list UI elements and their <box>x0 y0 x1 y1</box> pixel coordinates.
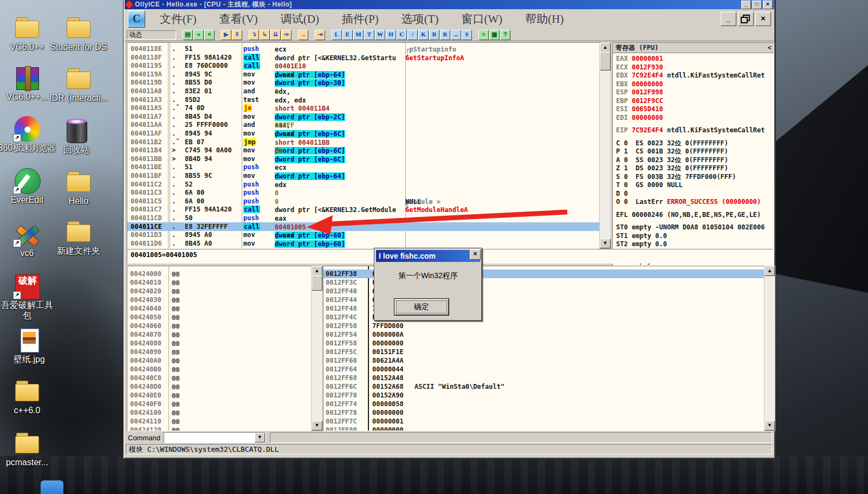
stack-row[interactable]: 0012FF6400000044 <box>323 365 765 374</box>
stack-row[interactable]: 0012FF5C00151F1E <box>323 348 765 356</box>
desktop-icon-IDR (Interacti...[interactable]: IDR (Interacti... <box>49 67 108 103</box>
executables-window-button[interactable]: E <box>342 30 353 40</box>
ok-button[interactable]: 确定 <box>394 298 449 316</box>
stack-row[interactable]: 0012FF7400000058 <box>323 400 765 408</box>
viewers-button[interactable]: ≡ <box>478 30 489 40</box>
mdi-minimize-button[interactable]: _ <box>721 12 736 26</box>
step-into-button[interactable]: ↴ <box>249 30 259 40</box>
dump-row[interactable]: 004240400000000000000000000000000000000 <box>127 304 312 313</box>
menu-item-H[interactable]: 帮助(H) <box>514 11 575 27</box>
handles-window-button[interactable]: H <box>386 30 396 40</box>
patches-window-button[interactable]: / <box>407 30 418 40</box>
dump-row[interactable]: 004240E00000000000000000000000000000000 <box>127 391 312 400</box>
scroll-down-arrow[interactable]: ▼ <box>765 421 775 431</box>
close-button[interactable]: × <box>763 1 773 9</box>
disasm-row[interactable]: 004011B4>C745 94 0A00movdword ptr [ebp-6… <box>127 146 600 155</box>
dump-row[interactable]: 004240D00000000000000000000000000000000 <box>127 382 312 391</box>
call-stack-window-button[interactable]: K <box>418 30 429 40</box>
desktop-icon-pcmaster...[interactable]: pcmaster... <box>0 432 57 467</box>
disasm-row[interactable]: 004011B2.ˇEB 07jmpshort 004011BB <box>127 138 600 146</box>
dump-row[interactable]: 004240A00000000000000000000000000000000 <box>127 356 312 365</box>
references-window-button[interactable]: R <box>440 30 450 40</box>
run-to-selection-button[interactable]: → <box>298 30 308 40</box>
dump-row[interactable]: 004241000000000000000000000000000000000 <box>127 408 312 417</box>
registers-pane[interactable]: 寄存器 (FPU) < EAX 00000001ECX 0012F930EDX … <box>612 42 774 267</box>
disasm-row[interactable]: 004011CD.50pusheax <box>127 214 600 222</box>
disasm-row[interactable]: 004011C3.6A 00push0 <box>127 188 600 197</box>
dump-row[interactable]: 004240F00000000000000000000000000000000 <box>127 400 312 408</box>
disasm-row[interactable]: 004011BB>8B4D 94movecx, dword ptr [ebp-6… <box>127 155 600 163</box>
desktop-icon-壁纸.jpg[interactable]: 壁纸.jpg <box>0 329 59 364</box>
stack-row[interactable]: 0012FF5800000000 <box>323 339 765 348</box>
desktop-icon-c++6.0[interactable]: c++6.0 <box>0 380 57 415</box>
pause-button[interactable]: ‖ <box>232 30 242 40</box>
menu-item-P[interactable]: 插件(P) <box>331 11 390 27</box>
disasm-row[interactable]: 004011D6.8B45 A0moveax, dword ptr [ebp-6… <box>127 239 600 248</box>
cpu-window-icon[interactable]: C <box>128 10 145 28</box>
dump-row[interactable]: 004240B00000000000000000000000000000000 <box>127 365 312 374</box>
dump-row[interactable]: 004240500000000000000000000000000000000 <box>127 313 312 322</box>
stack-scrollbar[interactable]: ▲ ▼ <box>764 266 775 431</box>
dump-row[interactable]: 004240000000000000000000000000000000000 <box>127 270 312 278</box>
disasm-row[interactable]: 004011CE.E8 32FEFFFFcall00401005 <box>127 222 600 231</box>
minimize-button[interactable]: _ <box>741 1 751 9</box>
close-icon[interactable]: × <box>470 249 481 260</box>
scroll-down-arrow[interactable]: ▼ <box>312 421 322 431</box>
threads-window-button[interactable]: T <box>364 30 374 40</box>
desktop-icon-Hello[interactable]: Hello <box>49 170 108 206</box>
menu-item-D[interactable]: 调试(D) <box>269 11 331 27</box>
execute-till-return-button[interactable]: ⇥ <box>315 30 325 40</box>
desktop-icon-吾爱破解工具包[interactable]: ↗吾爱破解工具包 <box>0 274 57 320</box>
disasm-row[interactable]: 004011C7.FF15 94A1420calldword ptr [<&KE… <box>127 205 600 214</box>
dump-row[interactable]: 004240600000000000000000000000000000000 <box>127 322 312 330</box>
stack-row[interactable]: 0012FF540000000A <box>323 330 765 339</box>
menu-item-V[interactable]: 查看(V) <box>208 11 269 27</box>
disasm-row[interactable]: 004011C5.6A 00push0┌pModule = NULL <box>127 197 600 206</box>
animate-into-button[interactable]: ⇊ <box>270 30 281 40</box>
disasm-row[interactable]: 004011BE.51pushecx <box>127 163 600 171</box>
scroll-down-arrow[interactable]: ▼ <box>600 239 611 248</box>
memory-window-button[interactable]: M <box>353 30 364 40</box>
appearance-button[interactable]: ▦ <box>489 30 500 40</box>
disasm-row[interactable]: 0040118F.FF15 98A1420calldword ptr [<&KE… <box>127 53 600 62</box>
help-button[interactable]: ? <box>500 30 510 40</box>
dump-row[interactable]: 004241200000000000000000000000000000000 <box>127 426 312 431</box>
disassembly-scrollbar[interactable]: ▲ ▼ <box>599 42 611 249</box>
disasm-row[interactable]: 004011A7.8B45 D4moveax, dword ptr [ebp-2… <box>127 112 600 121</box>
scroll-up-arrow[interactable]: ▲ <box>312 266 322 276</box>
stack-row[interactable]: 0012FF6800152A48 <box>323 374 765 382</box>
disasm-row[interactable]: 0040118E.51pushecx┌pStartupinfo <box>127 44 600 53</box>
dump-row[interactable]: 004240800000000000000000000000000000000 <box>127 339 312 348</box>
desktop-icon-回收站[interactable]: 回收站 <box>47 119 106 155</box>
disasm-row[interactable]: 004011AF.8945 94movdword ptr [ebp-6C], e… <box>127 129 600 138</box>
maximize-button[interactable]: □ <box>752 1 762 9</box>
dump-row[interactable]: 004240200000000000000000000000000000000 <box>127 287 312 296</box>
disasm-row[interactable]: 004011A3.85D2testedx, edx <box>127 95 600 104</box>
dump-row[interactable]: 004240C00000000000000000000000000000000 <box>127 374 312 382</box>
disasm-row[interactable]: 004011C2.52pushedx <box>127 180 600 189</box>
menu-item-T[interactable]: 选项(T) <box>390 11 450 27</box>
disasm-row[interactable]: 004011AA.25 FFFF0000andeax, 0FFFF <box>127 120 600 129</box>
dump-row[interactable]: 004240700000000000000000000000000000000 <box>127 330 312 339</box>
desktop-icon-Student for DS[interactable]: Student for DS <box>49 16 108 52</box>
animate-over-button[interactable]: ⇒ <box>281 30 292 40</box>
stack-row[interactable]: 0012FF6C00152A68ASCII "WinSta0\Default" <box>323 382 765 391</box>
dump-scrollbar[interactable]: ▲ ▼ <box>311 266 323 431</box>
menu-item-W[interactable]: 窗口(W) <box>450 11 514 27</box>
stack-row[interactable]: 0012FF7000152A90 <box>323 391 765 400</box>
dump-row[interactable]: 004241100000000000000000000000000000000 <box>127 417 312 426</box>
desktop-icon-partial[interactable] <box>24 475 83 494</box>
disassembly-pane[interactable]: 0040118E.51pushecx┌pStartupinfo0040118F.… <box>127 42 600 249</box>
dump-row[interactable]: 004240900000000000000000000000000000000 <box>127 348 312 356</box>
disasm-row[interactable]: 00401195.E8 760C0000call00401E10 <box>127 61 600 70</box>
disasm-row[interactable]: 0040119D.8B55 D0movedx, dword ptr [ebp-3… <box>127 78 600 87</box>
chevron-down-icon[interactable]: ▼ <box>255 433 265 442</box>
desktop-icon-新建文件夹[interactable]: 新建文件夹 <box>49 220 108 256</box>
stack-row[interactable]: 0012FF7C00000001 <box>323 417 765 426</box>
close-program-button[interactable]: × <box>204 30 215 40</box>
log-window-button[interactable]: L <box>332 30 342 40</box>
disasm-row[interactable]: 004011A5.ˇ74 0Djeshort 004011B4 <box>127 104 600 112</box>
message-box-title[interactable]: I love fishc.com <box>376 250 480 262</box>
mdi-close-button[interactable]: × <box>755 12 771 26</box>
step-over-button[interactable]: ↳ <box>260 30 270 40</box>
